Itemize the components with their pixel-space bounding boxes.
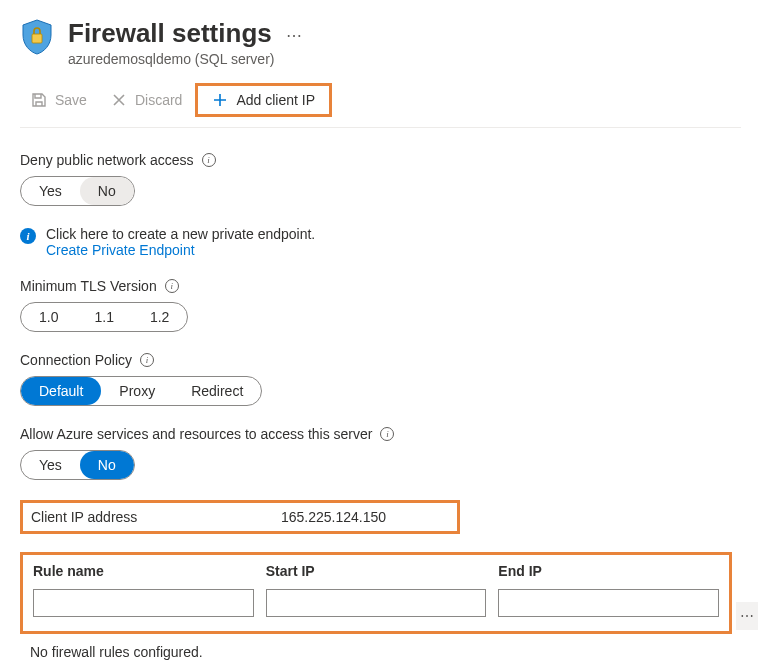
page-title: Firewall settings [68, 18, 272, 49]
deny-access-label: Deny public network access [20, 152, 194, 168]
policy-proxy[interactable]: Proxy [101, 377, 173, 405]
rule-name-input[interactable] [33, 589, 254, 617]
tls-label: Minimum TLS Version [20, 278, 157, 294]
info-icon: i [20, 228, 36, 244]
deny-access-toggle[interactable]: Yes No [20, 176, 135, 206]
deny-access-no[interactable]: No [80, 177, 134, 205]
info-icon[interactable]: i [380, 427, 394, 441]
row-more-button[interactable]: ⋯ [736, 602, 758, 630]
save-button: Save [20, 85, 98, 115]
allow-azure-label: Allow Azure services and resources to ac… [20, 426, 372, 442]
deny-access-yes[interactable]: Yes [21, 177, 80, 205]
info-icon[interactable]: i [202, 153, 216, 167]
tls-10[interactable]: 1.0 [21, 303, 76, 331]
svg-rect-0 [32, 34, 42, 43]
info-icon[interactable]: i [140, 353, 154, 367]
policy-default[interactable]: Default [21, 377, 101, 405]
policy-label: Connection Policy [20, 352, 132, 368]
col-start-ip: Start IP [266, 563, 487, 579]
col-end-ip: End IP [498, 563, 719, 579]
tls-12[interactable]: 1.2 [132, 303, 187, 331]
col-rule-name: Rule name [33, 563, 254, 579]
discard-button: Discard [100, 85, 193, 115]
client-ip-label: Client IP address [31, 509, 281, 525]
tls-11[interactable]: 1.1 [76, 303, 131, 331]
add-client-ip-button[interactable]: Add client IP [195, 83, 332, 117]
firewall-rules-table: Rule name Start IP End IP [20, 552, 732, 634]
create-private-endpoint-link[interactable]: Create Private Endpoint [46, 242, 315, 258]
shield-lock-icon [20, 18, 54, 59]
client-ip-value: 165.225.124.150 [281, 509, 386, 525]
save-icon [31, 92, 47, 108]
discard-icon [111, 92, 127, 108]
info-icon[interactable]: i [165, 279, 179, 293]
end-ip-input[interactable] [498, 589, 719, 617]
private-endpoint-text: Click here to create a new private endpo… [46, 226, 315, 242]
client-ip-row: Client IP address 165.225.124.150 [20, 500, 460, 534]
table-row [33, 589, 719, 617]
plus-icon [212, 92, 228, 108]
policy-redirect[interactable]: Redirect [173, 377, 261, 405]
page-subtitle: azuredemosqldemo (SQL server) [68, 51, 302, 67]
empty-rules-message: No firewall rules configured. [20, 644, 741, 660]
allow-azure-toggle[interactable]: Yes No [20, 450, 135, 480]
policy-toggle[interactable]: Default Proxy Redirect [20, 376, 262, 406]
allow-azure-no[interactable]: No [80, 451, 134, 479]
allow-azure-yes[interactable]: Yes [21, 451, 80, 479]
more-icon[interactable]: ⋯ [286, 26, 302, 45]
start-ip-input[interactable] [266, 589, 487, 617]
tls-toggle[interactable]: 1.0 1.1 1.2 [20, 302, 188, 332]
